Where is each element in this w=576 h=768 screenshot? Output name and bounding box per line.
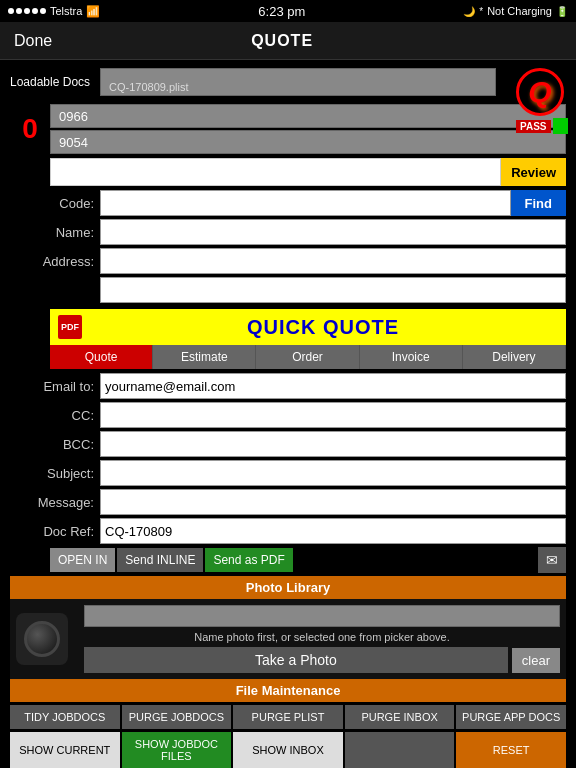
empty-button (345, 732, 455, 768)
show-jobdoc-files-button[interactable]: SHOW JOBDOC FILES (122, 732, 232, 768)
open-in-button[interactable]: OPEN IN (50, 548, 115, 572)
main-content: Q PASS Loadable Docs CQ-170809.plist 0 0… (0, 60, 576, 768)
number-stack: 0966 9054 (50, 104, 566, 154)
email-to-input[interactable] (100, 373, 566, 399)
take-photo-button[interactable]: Take a Photo (84, 647, 508, 673)
photo-name-field[interactable] (84, 605, 560, 627)
status-bar: Telstra 📶 6:23 pm 🌙 * Not Charging 🔋 (0, 0, 576, 22)
camera-icon (16, 613, 68, 665)
nav-bar: Done QUOTE (0, 22, 576, 60)
q-letter: Q (528, 75, 551, 109)
pass-green-indicator (553, 118, 569, 134)
bluetooth-icon: * (479, 6, 483, 17)
purge-plist-button[interactable]: PURGE PLIST (233, 705, 343, 729)
maintenance-row-1: TIDY JOBDOCS PURGE JOBDOCS PURGE PLIST P… (10, 705, 566, 729)
photo-library-bar: Photo Library (10, 576, 566, 599)
review-input[interactable] (50, 158, 501, 186)
q-circle: Q (516, 68, 564, 116)
number-field-1: 0966 (50, 104, 566, 128)
email-to-label: Email to: (10, 379, 100, 394)
number-field-2: 9054 (50, 130, 566, 154)
quick-quote-banner: PDF QUICK QUOTE (50, 309, 566, 345)
send-pdf-button[interactable]: Send as PDF (205, 548, 292, 572)
counter-display: 0 (10, 113, 50, 145)
message-input[interactable] (100, 489, 566, 515)
code-label: Code: (10, 196, 100, 211)
battery-label: Not Charging (487, 5, 552, 17)
review-find-row: Review (50, 158, 566, 186)
pdf-icon: PDF (58, 315, 82, 339)
loadable-docs-row: Loadable Docs CQ-170809.plist (10, 68, 566, 96)
send-inline-button[interactable]: Send INLINE (117, 548, 203, 572)
status-time: 6:23 pm (258, 4, 305, 19)
address-row-2 (10, 277, 566, 303)
show-inbox-button[interactable]: SHOW INBOX (233, 732, 343, 768)
purge-app-docs-button[interactable]: PURGE APP DOCS (456, 705, 566, 729)
email-to-row: Email to: (10, 373, 566, 399)
wifi-icon: 📶 (86, 5, 100, 18)
moon-icon: 🌙 (463, 6, 475, 17)
cc-row: CC: (10, 402, 566, 428)
maintenance-row-2: SHOW CURRENT SHOW JOBDOC FILES SHOW INBO… (10, 732, 566, 768)
purge-inbox-button[interactable]: PURGE INBOX (345, 705, 455, 729)
show-current-button[interactable]: SHOW CURRENT (10, 732, 120, 768)
carrier-label: Telstra (50, 5, 82, 17)
code-input[interactable] (100, 190, 511, 216)
address-input[interactable] (100, 248, 566, 274)
cc-input[interactable] (100, 402, 566, 428)
doc-ref-input[interactable] (100, 518, 566, 544)
message-row: Message: (10, 489, 566, 515)
pass-text: PASS (516, 120, 551, 133)
photo-hint: Name photo first, or selected one from p… (84, 631, 560, 643)
bcc-row: BCC: (10, 431, 566, 457)
message-label: Message: (10, 495, 100, 510)
send-row: OPEN IN Send INLINE Send as PDF ✉ (50, 547, 566, 573)
loadable-docs-label: Loadable Docs (10, 75, 100, 89)
subject-input[interactable] (100, 460, 566, 486)
battery-icon: 🔋 (556, 6, 568, 17)
loadable-filename: CQ-170809.plist (109, 81, 189, 93)
photo-right: Name photo first, or selected one from p… (84, 605, 560, 673)
number-row: 0 0966 9054 (10, 104, 566, 154)
bcc-input[interactable] (100, 431, 566, 457)
find-button[interactable]: Find (511, 190, 566, 216)
camera-lens (24, 621, 60, 657)
photo-section: Name photo first, or selected one from p… (10, 599, 566, 679)
name-input[interactable] (100, 219, 566, 245)
tab-delivery[interactable]: Delivery (463, 345, 566, 369)
done-button[interactable]: Done (14, 32, 52, 50)
purge-jobdocs-button[interactable]: PURGE JOBDOCS (122, 705, 232, 729)
name-label: Name: (10, 225, 100, 240)
take-photo-row: Take a Photo clear (84, 647, 560, 673)
code-row: Code: Find (10, 190, 566, 216)
tab-estimate[interactable]: Estimate (153, 345, 256, 369)
tab-quote[interactable]: Quote (50, 345, 153, 369)
status-right: 🌙 * Not Charging 🔋 (463, 5, 568, 17)
file-maintenance-header: File Maintenance (10, 679, 566, 702)
pass-badge: PASS (516, 118, 568, 134)
doc-ref-row: Doc Ref: (10, 518, 566, 544)
tab-invoice[interactable]: Invoice (360, 345, 463, 369)
review-button[interactable]: Review (501, 158, 566, 186)
address-input-2[interactable] (100, 277, 566, 303)
signal-dots (8, 8, 46, 14)
subject-label: Subject: (10, 466, 100, 481)
address-label: Address: (10, 254, 100, 269)
bcc-label: BCC: (10, 437, 100, 452)
photo-library-label: Photo Library (246, 580, 331, 595)
loadable-docs-field[interactable]: CQ-170809.plist (100, 68, 496, 96)
status-left: Telstra 📶 (8, 5, 100, 18)
tabs-row: Quote Estimate Order Invoice Delivery (50, 345, 566, 369)
page-title: QUOTE (251, 32, 313, 50)
doc-ref-label: Doc Ref: (10, 524, 100, 539)
clear-button[interactable]: clear (512, 648, 560, 673)
address-row: Address: (10, 248, 566, 274)
quick-quote-title: QUICK QUOTE (88, 316, 558, 339)
envelope-button[interactable]: ✉ (538, 547, 566, 573)
tidy-jobdocs-button[interactable]: TIDY JOBDOCS (10, 705, 120, 729)
subject-row: Subject: (10, 460, 566, 486)
q-logo: Q PASS (516, 68, 568, 120)
reset-button[interactable]: RESET (456, 732, 566, 768)
tab-order[interactable]: Order (256, 345, 359, 369)
cc-label: CC: (10, 408, 100, 423)
